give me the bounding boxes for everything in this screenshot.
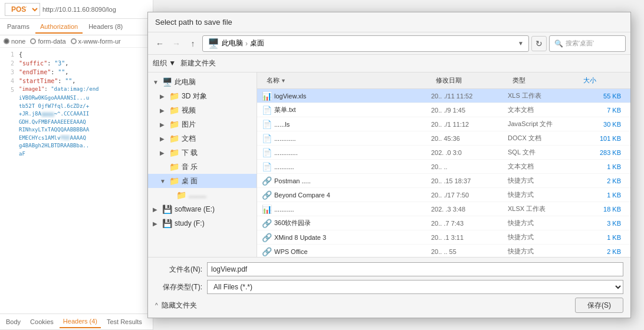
breadcrumb-sep: › (245, 39, 248, 48)
url-bar: http://10.0.11.60:8090/log (42, 6, 148, 13)
file-list: 📊 logView.xls 20.. ./11 11:52 XLS 工作表 55… (257, 89, 630, 257)
hidden-files-label: 隐藏文件夹 (162, 301, 197, 311)
tree-item-3d[interactable]: ▶ 📁 3D 对象 (148, 89, 257, 103)
tree-arrow-docs: ▶ (160, 136, 167, 142)
code-line-3: 3 "endTime": "", (5, 68, 148, 77)
refresh-button[interactable]: ↻ (531, 36, 547, 51)
col-header-type[interactable]: 类型 (508, 72, 579, 88)
file-date: 202. .0 3:0 (431, 149, 508, 156)
tree-label-pc: 此电脑 (175, 77, 196, 87)
file-date: 20.. .1 3:11 (431, 234, 508, 241)
method-select[interactable]: POST (5, 3, 40, 16)
file-name: logView.xls (274, 93, 306, 100)
tab-headers[interactable]: Headers (8) (84, 21, 127, 34)
tree-item-music[interactable]: 📁 音 乐 (148, 160, 257, 174)
tab-cookies[interactable]: Cookies (27, 316, 57, 328)
organize-button[interactable]: 组织 ▼ (153, 58, 176, 68)
radio-formdata[interactable]: form-data (30, 38, 65, 45)
code-line-5f: RINhxyLTxTAQQQAABBBBAA (5, 126, 148, 134)
file-type: DOCX 文档 (508, 134, 579, 143)
file-row[interactable]: 📄 ........... 20.. .. 文本文档 1 KB (257, 160, 630, 174)
tree-item-blurred[interactable]: 📁 ......... (148, 188, 257, 202)
hidden-files-toggle[interactable]: ^ 隐藏文件夹 (155, 301, 197, 311)
file-row[interactable]: 🔗 XMind 8 Update 3 20.. .1 3:11 快捷方式 1 K… (257, 230, 630, 245)
file-row[interactable]: 📄 ......ls 20.. ./1 11:12 JavaScript 文件 … (257, 117, 630, 131)
file-icon: 🔗 (262, 190, 272, 200)
dialog-body: ▼ 🖥️ 此电脑 ▶ 📁 3D 对象 ▶ 📁 视频 ▶ 📁 图片 ▶ � (148, 72, 630, 257)
tree-label-study: study (F:) (175, 219, 205, 227)
file-row[interactable]: 📄 ............ 20.. 45:36 DOCX 文档 101 KB (257, 131, 630, 146)
file-save-dialog: Select path to save file ← → ↑ 🖥️ 此电脑 › … (147, 12, 631, 318)
tree-label-video: 视频 (182, 105, 196, 116)
sidebar-tree: ▼ 🖥️ 此电脑 ▶ 📁 3D 对象 ▶ 📁 视频 ▶ 📁 图片 ▶ � (148, 72, 257, 257)
filetype-select[interactable]: All Files (*.*) (207, 280, 623, 294)
file-row[interactable]: 📄 ............. 202. .0 3:0 SQL 文件 283 K… (257, 146, 630, 160)
file-row[interactable]: 📊 ........... 202. .3 3:48 XLSX 工作表 18 K… (257, 202, 630, 216)
file-list-area: 名称 ▼ 修改日期 类型 大小 📊 logView.xls (257, 72, 630, 257)
col-header-date[interactable]: 修改日期 (431, 72, 508, 88)
col-header-name[interactable]: 名称 ▼ (262, 72, 431, 88)
file-icon: 🔗 (262, 233, 272, 242)
file-name: 菜单.txt (274, 105, 296, 114)
code-line-5h: g4BABgh2HLBTDRAABBba.. (5, 142, 148, 150)
tree-icon-study: 💾 (162, 219, 172, 228)
nav-back-button[interactable]: ← (153, 37, 167, 51)
new-folder-button[interactable]: 新建文件夹 (180, 58, 216, 68)
radio-none[interactable]: none (4, 38, 25, 45)
file-row[interactable]: 📊 logView.xls 20.. ./11 11:52 XLS 工作表 55… (257, 89, 630, 103)
tree-item-video[interactable]: ▶ 📁 视频 (148, 103, 257, 117)
file-name: Beyond Compare 4 (274, 192, 330, 199)
filename-input[interactable] (207, 262, 623, 276)
tab-authorization[interactable]: Authorization (35, 21, 83, 34)
file-icon: 📄 (262, 120, 272, 129)
dialog-nav: ← → ↑ 🖥️ 此电脑 › 桌面 ▼ ↻ 🔍 搜索'桌面' (148, 32, 630, 55)
tree-item-pictures[interactable]: ▶ 📁 图片 (148, 117, 257, 131)
code-line-5e: GDH.QvFMBFAAAEEEEAAAQ (5, 118, 148, 127)
radio-urlencoded[interactable]: x-www-form-ur (71, 38, 121, 45)
file-row[interactable]: 🔗 Postman ..... 20.. .15 18:37 快捷方式 2 KB (257, 174, 630, 188)
tree-item-software[interactable]: ▶ 💾 software (E:) (148, 202, 257, 216)
breadcrumb-root: 此电脑 (222, 38, 243, 48)
file-type: JavaScript 文件 (508, 120, 579, 128)
tree-arrow-downloads: ▶ (160, 150, 167, 156)
tree-arrow-pc: ▼ (153, 79, 160, 85)
tree-label-docs: 文档 (182, 134, 196, 144)
search-box: 🔍 搜索'桌面' (549, 35, 626, 52)
tree-arrow-3d: ▶ (160, 93, 167, 100)
file-name: ......ls (274, 121, 290, 128)
file-type: SQL 文件 (508, 148, 579, 157)
file-date: 20.. .15 18:37 (431, 177, 508, 184)
tree-label-music: 音 乐 (182, 162, 198, 172)
tree-item-desktop[interactable]: ▼ 📁 桌 面 (148, 174, 257, 188)
file-type: 快捷方式 (508, 247, 579, 256)
breadcrumb-dropdown-icon[interactable]: ▼ (518, 40, 524, 47)
footer-filetype-row: 保存类型(T): All Files (*.*) (155, 280, 623, 294)
tab-params[interactable]: Params (2, 21, 34, 34)
tab-body[interactable]: Body (2, 316, 24, 328)
file-size: 1 KB (579, 234, 626, 241)
file-type: 文本文档 (508, 105, 579, 114)
filename-label: 文件名(N): (155, 265, 202, 275)
file-icon: 🔗 (262, 176, 272, 186)
file-row[interactable]: 🔗 360软件园录 20.. .7 7:43 快捷方式 3 KB (257, 216, 630, 230)
tree-item-docs[interactable]: ▶ 📁 文档 (148, 131, 257, 146)
nav-forward-button[interactable]: → (169, 37, 183, 51)
code-line-4: 4 "startTime": "", (5, 77, 148, 85)
file-type: XLS 工作表 (508, 91, 579, 100)
file-row[interactable]: 🔗 WPS Office 20.. .. 55 快捷方式 2 KB (257, 245, 630, 257)
col-header-size[interactable]: 大小 (579, 72, 626, 88)
nav-up-button[interactable]: ↑ (186, 37, 200, 51)
tree-icon-docs: 📁 (169, 134, 179, 143)
file-name: WPS Office (274, 248, 308, 255)
code-line-2: 2 "suffic": "3", (5, 59, 148, 68)
file-row[interactable]: 🔗 Beyond Compare 4 20.. ./17 7:50 快捷方式 1… (257, 188, 630, 202)
save-button[interactable]: 保存(S) (575, 298, 623, 313)
tree-item-downloads[interactable]: ▶ 📁 下 载 (148, 146, 257, 160)
file-row[interactable]: 📄 菜单.txt 20.. ./9 1:45 文本文档 7 KB (257, 103, 630, 117)
file-name: ........... (274, 206, 294, 213)
tab-headers-bottom[interactable]: Headers (4) (60, 315, 101, 328)
tree-item-pc[interactable]: ▼ 🖥️ 此电脑 (148, 75, 257, 89)
radio-dot-urlencoded (71, 38, 77, 44)
tab-test-results[interactable]: Test Results (103, 316, 146, 328)
tree-item-study[interactable]: ▶ 💾 study (F:) (148, 216, 257, 230)
